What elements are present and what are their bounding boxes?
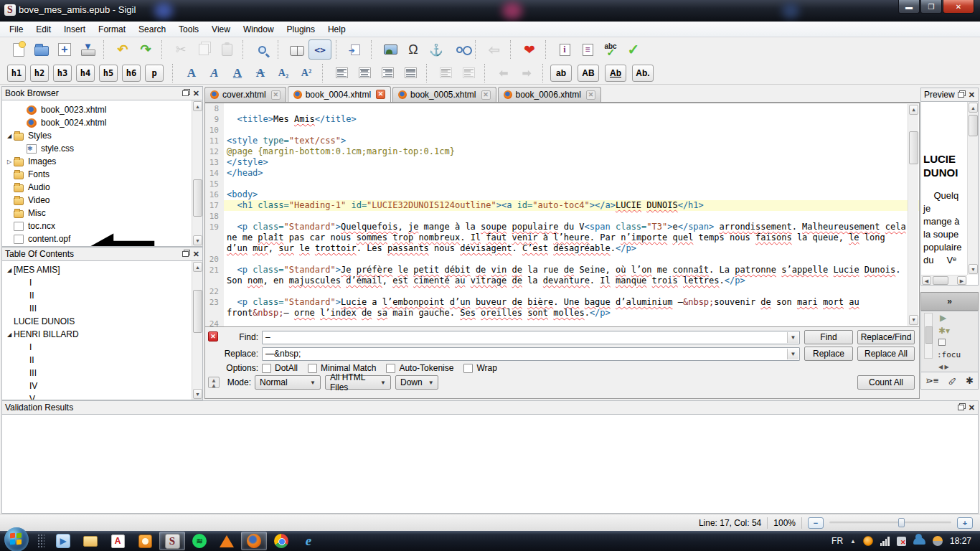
undo-button[interactable]: ↶: [111, 39, 134, 60]
toc-editor-button[interactable]: ≡: [576, 39, 599, 60]
find-button[interactable]: Find: [804, 330, 853, 344]
insert-link-button[interactable]: [448, 39, 471, 60]
scroll-up-arrow[interactable]: ▲: [909, 105, 918, 115]
numbered-list-button[interactable]: [457, 63, 480, 83]
taskbar-media-player[interactable]: ▶: [50, 532, 76, 550]
settings-gear-icon[interactable]: ✱: [966, 375, 974, 386]
book-browser-item-styles[interactable]: ◢Styles: [2, 129, 202, 142]
case-button-0[interactable]: ab: [550, 65, 572, 82]
zoom-out-button[interactable]: −: [808, 517, 824, 529]
paste-button[interactable]: [215, 39, 238, 60]
bullet-list-button[interactable]: [434, 63, 457, 83]
tab-cover[interactable]: cover.xhtml ✕: [204, 87, 286, 102]
menu-file[interactable]: File: [3, 22, 29, 37]
saved-searches-icon[interactable]: ⋗≡: [925, 375, 938, 386]
scroll-down-arrow[interactable]: ▼: [909, 315, 918, 325]
align-justify-button[interactable]: [399, 63, 422, 83]
heading-button-h5[interactable]: h5: [99, 65, 118, 82]
toc-scrollbar[interactable]: ▲ ▼: [192, 261, 202, 400]
network-tray-icon[interactable]: [880, 537, 890, 546]
scroll-left-arrow[interactable]: ◀: [922, 276, 931, 285]
bold-button[interactable]: A: [180, 63, 203, 83]
toc-item-iii[interactable]: III: [2, 302, 202, 315]
book-view-button[interactable]: [286, 39, 308, 60]
find-replace-button[interactable]: [250, 39, 273, 60]
checkbox-icon[interactable]: [386, 364, 395, 373]
replace-all-button[interactable]: Replace All: [857, 347, 915, 361]
code-editor[interactable]: 89 <title>Mes Amis</title>1011<style typ…: [204, 103, 920, 327]
insert-special-character-button[interactable]: Ω: [402, 39, 425, 60]
toc-tree[interactable]: ◢[MES AMIS]IIIIIILUCIE DUNOIS◢HENRI BILL…: [1, 261, 203, 400]
replace-input[interactable]: —&nbsp; ▼: [262, 347, 800, 361]
new-file-button[interactable]: [7, 39, 30, 60]
taskbar-clock[interactable]: 18:27: [950, 536, 971, 546]
heading-button-h2[interactable]: h2: [30, 65, 49, 82]
tab-book-0005[interactable]: book_0005.xhtml ✕: [392, 87, 496, 102]
heading-button-h1[interactable]: h1: [7, 65, 26, 82]
close-panel-icon[interactable]: ✕: [193, 250, 199, 259]
float-panel-icon[interactable]: [958, 405, 964, 410]
insert-anchor-button[interactable]: ⚓: [425, 39, 448, 60]
menu-search[interactable]: Search: [132, 22, 172, 37]
close-panel-icon[interactable]: ✕: [193, 89, 199, 98]
preview-body[interactable]: LUCIEDUNOI Quelqjemange àla soupepopulai…: [920, 102, 979, 286]
option-minimal-match[interactable]: Minimal Match: [308, 363, 376, 373]
insert-image-button[interactable]: [379, 39, 402, 60]
taskbar-sigil[interactable]: S: [159, 532, 185, 550]
toc-item-i[interactable]: I: [2, 276, 202, 289]
clips-panel[interactable]: ▶ ✱▾ :focu ◀ ▶: [920, 311, 979, 372]
option-dotall[interactable]: DotAll: [262, 363, 298, 373]
spellcheck-button[interactable]: abc: [599, 39, 622, 60]
taskbar-spotify[interactable]: ≋: [187, 532, 212, 550]
scroll-down-arrow[interactable]: ▼: [193, 235, 202, 245]
heading-button-p[interactable]: p: [145, 65, 164, 82]
save-button[interactable]: [76, 39, 99, 60]
files-scope-select[interactable]: All HTML Files▼: [325, 375, 391, 390]
close-panel-icon[interactable]: ✕: [969, 90, 975, 100]
superscript-button[interactable]: A²: [295, 63, 318, 83]
expander-closed-icon[interactable]: ▷: [5, 159, 14, 165]
heading-button-h4[interactable]: h4: [76, 65, 95, 82]
power-tray-icon[interactable]: [897, 537, 906, 546]
book-browser-tree[interactable]: book_0023.xhtmlbook_0024.xhtml◢Stylessty…: [1, 100, 203, 247]
menu-edit[interactable]: Edit: [29, 22, 57, 37]
float-panel-icon[interactable]: [958, 92, 964, 98]
book-browser-item-book-0023-xhtml[interactable]: book_0023.xhtml: [2, 103, 202, 116]
book-browser-item-fonts[interactable]: Fonts: [2, 168, 202, 181]
zoom-in-button[interactable]: +: [957, 517, 973, 529]
toc-item-lucie-dunois[interactable]: LUCIE DUNOIS: [2, 315, 202, 328]
underline-button[interactable]: A: [226, 63, 249, 83]
replace-find-button[interactable]: Replace/Find: [857, 330, 915, 344]
tab-book-0004[interactable]: book_0004.xhtml ✕: [288, 86, 391, 102]
menu-format[interactable]: Format: [92, 22, 132, 37]
heading-button-h6[interactable]: h6: [122, 65, 141, 82]
checkbox-icon[interactable]: [308, 364, 317, 373]
menu-plugins[interactable]: Plugins: [281, 22, 321, 37]
taskbar-vlc[interactable]: [214, 532, 240, 550]
toolbar-overflow-button[interactable]: »: [920, 292, 979, 311]
expander-open-icon[interactable]: ◢: [5, 331, 14, 338]
clips-checkbox[interactable]: [938, 339, 946, 346]
book-browser-item-audio[interactable]: Audio: [2, 181, 202, 194]
taskbar-photo-app[interactable]: [132, 532, 158, 550]
back-button[interactable]: ⇦: [483, 39, 506, 60]
expander-open-icon[interactable]: ◢: [5, 267, 14, 273]
subscript-button[interactable]: A₂: [272, 63, 295, 83]
replace-button[interactable]: Replace: [804, 347, 853, 361]
close-panel-icon[interactable]: ✕: [969, 403, 975, 413]
find-input[interactable]: – ▼: [262, 331, 800, 344]
language-indicator[interactable]: FR: [831, 536, 843, 546]
copy-button[interactable]: [192, 39, 215, 60]
scroll-up-arrow[interactable]: ▲: [193, 262, 202, 272]
book-browser-scrollbar[interactable]: ▲ ▼: [192, 100, 202, 246]
menu-insert[interactable]: Insert: [57, 22, 92, 37]
checkbox-icon[interactable]: [262, 364, 271, 373]
scroll-down-arrow[interactable]: ▼: [969, 264, 978, 274]
open-button[interactable]: [30, 39, 53, 60]
validation-results-list[interactable]: [1, 415, 979, 514]
scroll-right-arrow[interactable]: ▶: [957, 276, 966, 285]
toc-item-i[interactable]: I: [2, 341, 202, 354]
start-button[interactable]: [4, 527, 29, 551]
search-icon[interactable]: 🜚: [947, 375, 957, 387]
menu-help[interactable]: Help: [321, 22, 352, 37]
